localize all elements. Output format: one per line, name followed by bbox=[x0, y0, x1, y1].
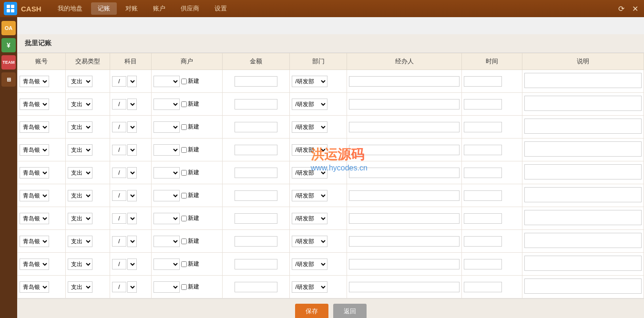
new-checkbox-8[interactable] bbox=[181, 261, 187, 267]
note-textarea-4[interactable] bbox=[524, 164, 642, 179]
time-input-9[interactable] bbox=[464, 282, 502, 292]
note-textarea-1[interactable] bbox=[524, 96, 642, 111]
amount-input-8[interactable] bbox=[235, 259, 277, 269]
account-select-8[interactable]: 青岛银工商银建设银农业银 bbox=[20, 258, 49, 270]
subject-dropdown-4[interactable]: ▼ bbox=[127, 167, 137, 179]
merchant-select-0[interactable] bbox=[153, 76, 180, 87]
account-select-3[interactable]: 青岛银工商银建设银农业银 bbox=[20, 144, 49, 156]
nav-supplier[interactable]: 供应商 bbox=[174, 2, 206, 15]
type-select-9[interactable]: 支出收入 bbox=[68, 281, 92, 293]
merchant-select-3[interactable] bbox=[153, 144, 180, 156]
note-textarea-3[interactable] bbox=[524, 141, 642, 157]
merchant-select-6[interactable] bbox=[153, 213, 180, 224]
time-input-4[interactable] bbox=[464, 168, 502, 178]
subject-dropdown-8[interactable]: ▼ bbox=[127, 258, 137, 270]
merchant-select-2[interactable] bbox=[153, 121, 180, 133]
note-textarea-8[interactable] bbox=[524, 256, 642, 271]
subject-dropdown-9[interactable]: ▼ bbox=[127, 281, 137, 293]
amount-input-6[interactable] bbox=[235, 213, 277, 224]
handler-input-1[interactable] bbox=[349, 99, 460, 109]
type-select-7[interactable]: 支出收入 bbox=[68, 236, 92, 247]
time-input-2[interactable] bbox=[464, 122, 502, 132]
note-textarea-6[interactable] bbox=[524, 210, 642, 225]
type-select-3[interactable]: 支出收入 bbox=[68, 144, 92, 156]
subject-dropdown-7[interactable]: ▼ bbox=[127, 236, 137, 247]
handler-input-8[interactable] bbox=[349, 259, 460, 269]
save-button[interactable]: 保存 bbox=[295, 304, 328, 318]
dept-select-1[interactable]: /研发部/市场部/财务部/行政部 bbox=[292, 99, 327, 110]
dept-select-7[interactable]: /研发部/市场部/财务部/行政部 bbox=[292, 236, 327, 247]
type-select-4[interactable]: 支出收入 bbox=[68, 167, 92, 179]
type-select-6[interactable]: 支出收入 bbox=[68, 213, 92, 224]
handler-input-3[interactable] bbox=[349, 145, 460, 155]
back-button[interactable]: 返回 bbox=[333, 304, 367, 318]
amount-input-4[interactable] bbox=[235, 168, 277, 178]
subject-dropdown-1[interactable]: ▼ bbox=[127, 99, 137, 110]
handler-input-2[interactable] bbox=[349, 122, 460, 132]
handler-input-0[interactable] bbox=[349, 76, 460, 87]
new-checkbox-7[interactable] bbox=[181, 238, 187, 244]
new-checkbox-5[interactable] bbox=[181, 193, 187, 199]
account-select-1[interactable]: 青岛银工商银建设银农业银 bbox=[20, 99, 49, 110]
type-select-1[interactable]: 支出收入 bbox=[68, 99, 92, 110]
merchant-select-1[interactable] bbox=[153, 99, 180, 110]
nav-bookkeeping[interactable]: 记账 bbox=[91, 2, 117, 15]
time-input-7[interactable] bbox=[464, 236, 502, 247]
time-input-8[interactable] bbox=[464, 259, 502, 269]
nav-account[interactable]: 账户 bbox=[146, 2, 172, 15]
handler-input-5[interactable] bbox=[349, 190, 460, 201]
close-button[interactable]: ✕ bbox=[630, 3, 640, 14]
merchant-select-4[interactable] bbox=[153, 167, 180, 179]
time-input-6[interactable] bbox=[464, 213, 502, 224]
account-select-9[interactable]: 青岛银工商银建设银农业银 bbox=[20, 281, 49, 293]
merchant-select-7[interactable] bbox=[153, 236, 180, 247]
dept-select-6[interactable]: /研发部/市场部/财务部/行政部 bbox=[292, 213, 327, 224]
amount-input-3[interactable] bbox=[235, 145, 277, 155]
handler-input-7[interactable] bbox=[349, 236, 460, 247]
sidebar-btn-rmb[interactable]: ¥ bbox=[1, 38, 16, 52]
new-checkbox-2[interactable] bbox=[181, 124, 187, 130]
amount-input-2[interactable] bbox=[235, 122, 277, 132]
merchant-select-8[interactable] bbox=[153, 258, 180, 270]
dept-select-0[interactable]: /研发部/市场部/财务部/行政部 bbox=[292, 76, 327, 87]
type-select-0[interactable]: 支出收入 bbox=[68, 76, 92, 87]
account-select-6[interactable]: 青岛银工商银建设银农业银 bbox=[20, 213, 49, 224]
dept-select-5[interactable]: /研发部/市场部/财务部/行政部 bbox=[292, 190, 327, 201]
sidebar-btn-grid[interactable]: ⊞ bbox=[1, 72, 16, 87]
sidebar-btn-oa[interactable]: OA bbox=[1, 21, 16, 35]
time-input-0[interactable] bbox=[464, 76, 502, 87]
subject-dropdown-6[interactable]: ▼ bbox=[127, 213, 137, 224]
refresh-button[interactable]: ⟳ bbox=[616, 3, 626, 14]
note-textarea-9[interactable] bbox=[524, 278, 642, 294]
new-checkbox-4[interactable] bbox=[181, 170, 187, 176]
new-checkbox-3[interactable] bbox=[181, 147, 187, 153]
nav-settings[interactable]: 设置 bbox=[208, 2, 234, 15]
new-checkbox-1[interactable] bbox=[181, 101, 187, 107]
amount-input-1[interactable] bbox=[235, 99, 277, 109]
time-input-5[interactable] bbox=[464, 190, 502, 201]
dept-select-4[interactable]: /研发部/市场部/财务部/行政部 bbox=[292, 167, 327, 179]
time-input-1[interactable] bbox=[464, 99, 502, 109]
type-select-5[interactable]: 支出收入 bbox=[68, 190, 92, 201]
subject-dropdown-0[interactable]: ▼ bbox=[127, 76, 137, 87]
handler-input-6[interactable] bbox=[349, 213, 460, 224]
amount-input-7[interactable] bbox=[235, 236, 277, 247]
dept-select-3[interactable]: /研发部/市场部/财务部/行政部 bbox=[292, 144, 327, 156]
handler-input-4[interactable] bbox=[349, 168, 460, 178]
account-select-2[interactable]: 青岛银工商银建设银农业银 bbox=[20, 121, 49, 133]
subject-dropdown-5[interactable]: ▼ bbox=[127, 190, 137, 201]
new-checkbox-9[interactable] bbox=[181, 284, 187, 290]
note-textarea-7[interactable] bbox=[524, 233, 642, 248]
nav-reconcile[interactable]: 对账 bbox=[119, 2, 144, 15]
dept-select-8[interactable]: /研发部/市场部/财务部/行政部 bbox=[292, 258, 327, 270]
nav-dashboard[interactable]: 我的地盘 bbox=[51, 2, 89, 15]
account-select-0[interactable]: 青岛银工商银建设银农业银 bbox=[20, 76, 49, 87]
subject-dropdown-3[interactable]: ▼ bbox=[127, 144, 137, 156]
amount-input-5[interactable] bbox=[235, 190, 277, 201]
sidebar-btn-team[interactable]: TEAM bbox=[1, 55, 16, 70]
handler-input-9[interactable] bbox=[349, 282, 460, 292]
time-input-3[interactable] bbox=[464, 145, 502, 155]
note-textarea-2[interactable] bbox=[524, 119, 642, 134]
account-select-7[interactable]: 青岛银工商银建设银农业银 bbox=[20, 236, 49, 247]
type-select-8[interactable]: 支出收入 bbox=[68, 258, 92, 270]
